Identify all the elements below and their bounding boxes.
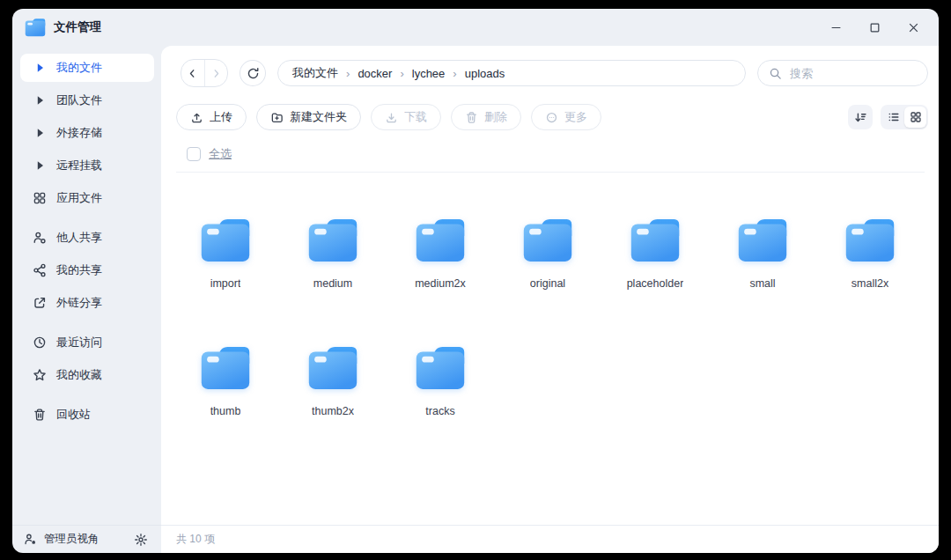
folder-name: small xyxy=(749,277,775,290)
folder-blue-icon xyxy=(200,344,251,391)
folder-item[interactable]: thumb xyxy=(172,344,279,417)
folder-name: thumb xyxy=(210,405,241,417)
folder-blue-icon xyxy=(307,344,358,391)
toolbar-button-label: 下载 xyxy=(404,109,427,125)
folder-item[interactable]: placeholder xyxy=(601,217,709,290)
gear-icon xyxy=(134,533,148,547)
circle-more-icon xyxy=(545,111,558,124)
folder-item[interactable]: medium xyxy=(279,217,387,290)
export-box-icon xyxy=(33,296,47,310)
select-all-label[interactable]: 全选 xyxy=(209,146,232,162)
toolbar-button-label: 删除 xyxy=(484,109,507,125)
sidebar-item-label: 远程挂载 xyxy=(56,158,102,173)
history-nav xyxy=(181,59,228,87)
caret-right-icon xyxy=(33,61,47,75)
apps-icon xyxy=(33,191,47,205)
download-icon xyxy=(385,111,398,124)
toolbar: 上传 新建文件夹 下载 xyxy=(176,104,928,130)
toolbar-button-label: 新建文件夹 xyxy=(290,109,347,125)
sidebar-item-label: 团队文件 xyxy=(56,92,102,108)
folder-item[interactable]: thumb2x xyxy=(279,344,387,417)
sidebar-item-my-shares[interactable]: 我的共享 xyxy=(20,256,154,284)
sidebar-item-favorites[interactable]: 我的收藏 xyxy=(20,361,154,389)
folder-item[interactable]: import xyxy=(172,217,279,290)
folder-grid: import medium medium2x original xyxy=(161,173,939,525)
folder-blue-icon xyxy=(522,217,573,263)
chevron-left-icon xyxy=(187,68,198,79)
sidebar-item-label: 我的文件 xyxy=(56,60,102,76)
minimize-button[interactable] xyxy=(828,19,844,35)
sidebar-footer: 管理员视角 xyxy=(12,525,161,553)
caret-right-icon xyxy=(33,93,47,107)
sidebar-item-my-files[interactable]: 我的文件 xyxy=(20,54,154,82)
new-folder-button[interactable]: 新建文件夹 xyxy=(256,104,361,130)
sidebar-item-label: 最近访问 xyxy=(56,335,102,350)
trash-icon xyxy=(465,111,478,124)
refresh-button[interactable] xyxy=(240,60,266,86)
app-window: 文件管理 我的文件 xyxy=(12,9,939,553)
sidebar-item-team-files[interactable]: 团队文件 xyxy=(20,86,154,114)
star-icon xyxy=(33,368,47,382)
download-button[interactable]: 下载 xyxy=(371,104,441,130)
grid-view-button[interactable] xyxy=(904,107,926,128)
sidebar-item-shared-by-others[interactable]: 他人共享 xyxy=(20,224,154,252)
sidebar-item-external-storage[interactable]: 外接存储 xyxy=(20,119,154,147)
sidebar-nav: 我的文件 团队文件 外接存储 远程挂载 xyxy=(12,46,161,525)
sidebar: 我的文件 团队文件 外接存储 远程挂载 xyxy=(12,46,161,553)
chevron-right-icon xyxy=(210,68,222,79)
folder-blue-icon xyxy=(737,217,788,263)
folder-item[interactable]: small2x xyxy=(816,217,924,290)
sidebar-item-label: 外链分享 xyxy=(56,295,102,311)
more-button[interactable]: 更多 xyxy=(531,104,601,130)
sidebar-item-external-links[interactable]: 外链分享 xyxy=(20,289,154,317)
sort-button[interactable] xyxy=(848,105,873,129)
sidebar-item-label: 应用文件 xyxy=(56,190,102,206)
share-nodes-icon xyxy=(33,263,47,277)
list-view-button[interactable] xyxy=(882,107,904,128)
search-input[interactable] xyxy=(788,66,917,81)
caret-right-icon xyxy=(33,126,47,140)
folder-item[interactable]: original xyxy=(494,217,601,290)
delete-button[interactable]: 删除 xyxy=(451,104,521,130)
breadcrumb-item[interactable]: 我的文件 xyxy=(292,65,338,81)
toolbar-button-label: 更多 xyxy=(564,109,587,125)
admin-view-label: 管理员视角 xyxy=(44,532,100,547)
forward-button[interactable] xyxy=(205,60,228,86)
folder-blue-icon xyxy=(307,217,358,263)
clock-icon xyxy=(33,335,47,350)
folder-item[interactable]: tracks xyxy=(387,344,494,417)
grid-view-icon xyxy=(910,111,922,123)
breadcrumb-separator: › xyxy=(346,67,350,80)
list-view-icon xyxy=(888,111,900,123)
upload-button[interactable]: 上传 xyxy=(176,104,247,130)
main-panel: › 我的文件 › docker › lychee xyxy=(161,46,939,553)
breadcrumb-item[interactable]: uploads xyxy=(465,67,505,80)
folder-name: thumb2x xyxy=(312,405,354,417)
maximize-button[interactable] xyxy=(866,19,882,35)
sort-desc-icon xyxy=(854,111,867,124)
folder-item[interactable]: medium2x xyxy=(387,217,494,290)
toolbar-actions: 上传 新建文件夹 下载 xyxy=(176,104,601,130)
sidebar-item-remote-mount[interactable]: 远程挂载 xyxy=(20,151,154,180)
sidebar-item-label: 我的共享 xyxy=(56,262,102,278)
breadcrumb: › 我的文件 › docker › lychee xyxy=(277,60,746,86)
close-button[interactable] xyxy=(905,19,921,35)
sidebar-item-app-files[interactable]: 应用文件 xyxy=(20,184,154,212)
search-box xyxy=(757,60,928,86)
back-button[interactable] xyxy=(181,60,205,86)
folder-item[interactable]: small xyxy=(709,217,816,290)
sidebar-item-label: 外接存储 xyxy=(56,125,102,141)
sidebar-item-recycle-bin[interactable]: 回收站 xyxy=(20,401,154,429)
breadcrumb-item[interactable]: lychee xyxy=(412,67,446,80)
folder-blue-icon xyxy=(630,217,681,263)
settings-button[interactable] xyxy=(134,533,148,547)
folder-blue-icon xyxy=(415,217,466,263)
folder-name: medium2x xyxy=(415,277,466,290)
breadcrumb-separator: › xyxy=(453,67,456,80)
folder-name: small2x xyxy=(851,277,888,290)
folder-blue-icon xyxy=(415,344,466,391)
select-all-checkbox[interactable] xyxy=(187,147,201,161)
person-share-icon xyxy=(33,231,47,245)
breadcrumb-item[interactable]: docker xyxy=(358,67,392,80)
sidebar-item-recent[interactable]: 最近访问 xyxy=(20,328,154,357)
